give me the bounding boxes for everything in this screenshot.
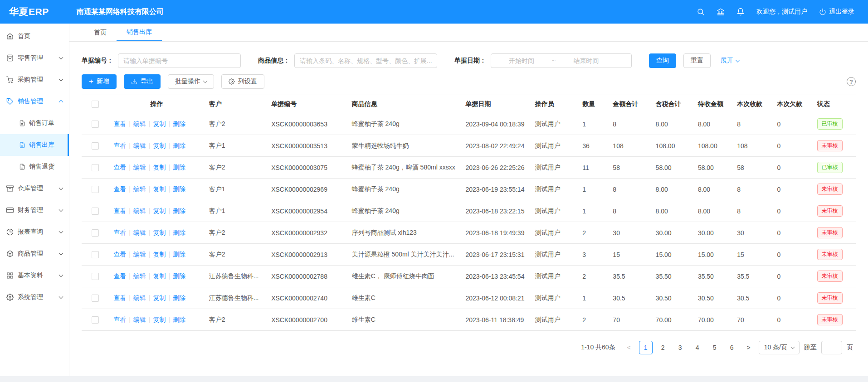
batch-operations-button[interactable]: 批量操作	[168, 74, 214, 89]
search-button[interactable]: 查询	[649, 53, 676, 68]
row-action-delete[interactable]: 删除	[173, 272, 185, 280]
row-action-copy[interactable]: 复制	[153, 164, 166, 171]
notification-bell-icon[interactable]	[736, 8, 745, 16]
row-action-edit[interactable]: 编辑	[133, 185, 146, 193]
start-date-input[interactable]	[495, 57, 548, 64]
sidebar-item-sales[interactable]: 销售管理	[0, 91, 69, 112]
row-action-view[interactable]: 查看	[113, 142, 126, 149]
row-action-view[interactable]: 查看	[113, 120, 126, 127]
row-action-copy[interactable]: 复制	[153, 229, 166, 236]
reset-button[interactable]: 重置	[683, 53, 711, 68]
row-action-delete[interactable]: 删除	[173, 120, 185, 127]
row-checkbox[interactable]	[92, 142, 99, 150]
document-icon	[19, 164, 25, 170]
row-action-edit[interactable]: 编辑	[133, 272, 146, 280]
page-button-5[interactable]: 5	[708, 341, 722, 354]
row-action-view[interactable]: 查看	[113, 229, 126, 236]
row-checkbox[interactable]	[92, 229, 99, 237]
row-action-view[interactable]: 查看	[113, 164, 126, 171]
row-checkbox[interactable]	[92, 208, 99, 215]
sidebar-item-goods[interactable]: 商品管理	[0, 243, 69, 265]
row-action-edit[interactable]: 编辑	[133, 164, 146, 171]
sidebar-item-report[interactable]: 报表查询	[0, 221, 69, 243]
row-checkbox[interactable]	[92, 121, 99, 128]
column-settings-button[interactable]: 列设置	[221, 74, 264, 89]
row-action-delete[interactable]: 删除	[173, 207, 185, 214]
sidebar-item-purchase[interactable]: 采购管理	[0, 69, 69, 91]
row-action-delete[interactable]: 删除	[173, 164, 185, 171]
sidebar-subitem-sales-order[interactable]: 销售订单	[0, 112, 69, 134]
row-action-view[interactable]: 查看	[113, 294, 126, 301]
row-checkbox[interactable]	[92, 186, 99, 193]
sidebar-item-basic[interactable]: 基本资料	[0, 265, 69, 286]
row-checkbox[interactable]	[92, 273, 99, 280]
row-action-copy[interactable]: 复制	[153, 316, 166, 323]
jump-page-input[interactable]	[821, 341, 842, 354]
row-action-view[interactable]: 查看	[113, 272, 126, 280]
help-icon[interactable]: ?	[847, 77, 856, 86]
row-action-edit[interactable]: 编辑	[133, 207, 146, 214]
row-action-copy[interactable]: 复制	[153, 294, 166, 301]
row-action-edit[interactable]: 编辑	[133, 251, 146, 258]
page-button-3[interactable]: 3	[673, 341, 687, 354]
row-action-view[interactable]: 查看	[113, 207, 126, 214]
row-checkbox[interactable]	[92, 295, 99, 302]
sidebar-subitem-sales-outbound[interactable]: 销售出库	[0, 134, 69, 156]
add-button[interactable]: + 新增	[82, 74, 117, 89]
page-button-2[interactable]: 2	[656, 341, 670, 354]
export-button[interactable]: 导出	[124, 74, 161, 89]
end-date-input[interactable]	[559, 57, 613, 64]
prev-page-button[interactable]: <	[624, 344, 634, 351]
page-button-4[interactable]: 4	[691, 341, 704, 354]
page-button-1[interactable]: 1	[639, 341, 653, 354]
select-all-checkbox[interactable]	[92, 101, 99, 108]
welcome-user-text[interactable]: 欢迎您，测试用户	[756, 8, 807, 16]
row-checkbox[interactable]	[92, 316, 99, 324]
row-action-delete[interactable]: 删除	[173, 142, 185, 149]
row-action-edit[interactable]: 编辑	[133, 294, 146, 301]
row-action-view[interactable]: 查看	[113, 185, 126, 193]
row-action-copy[interactable]: 复制	[153, 251, 166, 258]
row-action-view[interactable]: 查看	[113, 251, 126, 258]
page-button-6[interactable]: 6	[725, 341, 739, 354]
row-checkbox[interactable]	[92, 164, 99, 171]
product-info-input[interactable]	[294, 53, 437, 68]
cell-status: 未审核	[813, 135, 856, 157]
row-action-copy[interactable]: 复制	[153, 207, 166, 214]
row-action-copy[interactable]: 复制	[153, 142, 166, 149]
date-range-picker[interactable]: ~	[491, 53, 632, 68]
row-action-delete[interactable]: 删除	[173, 185, 185, 193]
row-action-copy[interactable]: 复制	[153, 272, 166, 280]
search-icon[interactable]	[697, 8, 705, 16]
row-action-edit[interactable]: 编辑	[133, 142, 146, 149]
app-header: 华夏ERP 南通某某网络科技有限公司 欢迎您，测试用户 退出登录	[0, 0, 868, 24]
sidebar-item-system[interactable]: 系统管理	[0, 286, 69, 308]
cell-bill-no: XSCK00000002969	[267, 179, 347, 200]
bill-no-input[interactable]	[118, 53, 241, 68]
cell-qty: 1	[578, 179, 608, 200]
tab-sales-outbound[interactable]: 销售出库	[117, 24, 162, 41]
row-action-delete[interactable]: 删除	[173, 316, 185, 323]
expand-link[interactable]: 展开	[721, 57, 739, 65]
row-action-edit[interactable]: 编辑	[133, 120, 146, 127]
sidebar-item-retail[interactable]: 零售管理	[0, 47, 69, 69]
row-action-delete[interactable]: 删除	[173, 229, 185, 236]
cell-actions: 查看|编辑|复制|删除	[109, 135, 205, 157]
next-page-button[interactable]: >	[743, 344, 754, 351]
row-action-edit[interactable]: 编辑	[133, 316, 146, 323]
page-size-select[interactable]: 10 条/页	[759, 341, 800, 354]
row-action-delete[interactable]: 删除	[173, 294, 185, 301]
row-checkbox[interactable]	[92, 251, 99, 258]
sidebar-item-home[interactable]: 首页	[0, 25, 69, 47]
row-action-edit[interactable]: 编辑	[133, 229, 146, 236]
row-action-delete[interactable]: 删除	[173, 251, 185, 258]
row-action-copy[interactable]: 复制	[153, 120, 166, 127]
sidebar-subitem-sales-return[interactable]: 销售退货	[0, 156, 69, 178]
bank-icon[interactable]	[717, 8, 725, 16]
sidebar-item-warehouse[interactable]: 仓库管理	[0, 178, 69, 199]
logout-button[interactable]: 退出登录	[819, 8, 854, 16]
row-action-copy[interactable]: 复制	[153, 185, 166, 193]
sidebar-item-finance[interactable]: 财务管理	[0, 199, 69, 221]
row-action-view[interactable]: 查看	[113, 316, 126, 323]
tab-home[interactable]: 首页	[84, 24, 117, 41]
